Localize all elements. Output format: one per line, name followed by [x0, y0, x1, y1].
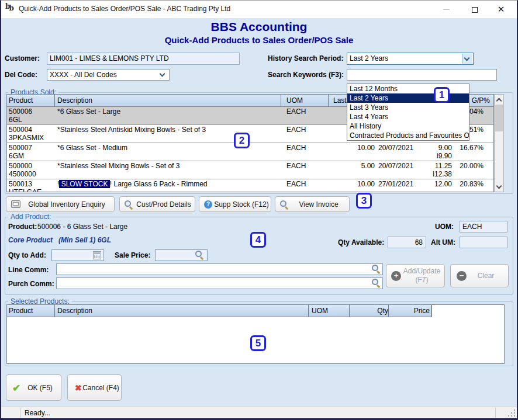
resize-grip[interactable]	[508, 409, 515, 416]
scroll-up-button[interactable]	[495, 95, 503, 104]
cell-last-sold-date: 20/07/2021	[378, 162, 413, 170]
del-code-combobox[interactable]: XXXX - All Del Codes	[47, 69, 170, 81]
column-header: Description	[57, 96, 92, 105]
products-table-scrollbar[interactable]	[494, 94, 504, 192]
dropdown-option[interactable]: Last 2 Years	[347, 93, 469, 103]
scrollbar-thumb[interactable]	[495, 105, 503, 131]
button-label: Supp Stock (F12)	[212, 200, 271, 209]
slow-stock-badge: SLOW STOCK	[59, 180, 109, 188]
cell-description: *6 Glass Set - Medium	[57, 144, 127, 152]
alt-um-field	[460, 237, 507, 248]
cell-product-code: 500000	[9, 162, 32, 170]
scroll-down-icon	[496, 183, 502, 189]
status-divider	[495, 408, 496, 418]
qty-to-add-label: Qty to Add:	[8, 251, 46, 259]
cancel-button[interactable]: ✖ Cancel (F4)	[67, 374, 122, 401]
product-row[interactable]: 500013HTELGAE! SLOW STOCK ! Large Glass …	[7, 179, 494, 192]
dialog-body: BBS Accounting Quick-Add Products to Sal…	[0, 18, 518, 406]
minimize-button[interactable]	[433, 0, 459, 18]
button-label: Cust/Prod Details	[133, 200, 195, 209]
title-bar: bb Quick-Add Products to Sales Order/POS…	[0, 0, 518, 18]
history-period-value: Last 2 Years	[350, 54, 388, 63]
cell-description: *Stainless Steel Mixing Bowls - Set of 3	[57, 162, 179, 170]
search-keywords-input[interactable]	[347, 69, 497, 81]
cell-product-code: 500006	[9, 107, 32, 116]
scroll-down-button[interactable]	[495, 182, 503, 192]
column-divider	[281, 95, 281, 107]
ok-button[interactable]: ✔ OK (F5)	[6, 374, 61, 401]
cell-price: 9.00	[410, 144, 452, 152]
chevron-down-icon	[160, 71, 165, 77]
cell-product-code-2: 6GM	[9, 152, 24, 160]
column-header: UOM	[312, 307, 328, 315]
column-header: Price	[390, 307, 430, 315]
annotation-marker-5: 5	[250, 335, 266, 351]
maximize-icon	[472, 7, 478, 13]
add-update-button[interactable]: + Add/Update(F7)	[386, 264, 445, 287]
dropdown-option[interactable]: Last 3 Years	[347, 103, 469, 112]
status-divider	[20, 408, 21, 418]
cell-inc-price: i9.90	[410, 152, 452, 160]
magnifier-icon	[125, 200, 133, 209]
cell-price: 11.25	[410, 162, 452, 170]
purch-comm-lookup-icon[interactable]	[372, 279, 380, 287]
dropdown-option[interactable]: Last 4 Years	[347, 112, 469, 122]
customer-label: Customer:	[5, 54, 40, 63]
column-divider	[328, 95, 329, 107]
cell-price: 12.00	[410, 180, 452, 188]
annotation-marker-3: 3	[356, 193, 372, 209]
close-button[interactable]: ✕	[488, 0, 514, 18]
cell-last-qty: 10.00	[323, 144, 375, 152]
page-title: Quick-Add Products to Sales Order/POS Sa…	[0, 35, 518, 45]
cust-prod-details-button[interactable]: Cust/Prod Details	[119, 196, 195, 212]
cell-last-sold-date: 20/07/2021	[378, 144, 413, 152]
supp-stock-f12--button[interactable]: ?Supp Stock (F12)	[199, 196, 271, 212]
chevron-down-icon	[464, 55, 470, 61]
alt-um-label: Alt UM:	[431, 238, 455, 247]
cell-inc-price: i12.38	[410, 170, 452, 178]
annotation-marker-4: 4	[250, 232, 266, 248]
annotation-marker-1: 1	[434, 87, 450, 103]
column-divider	[54, 305, 55, 317]
global-inventory-enquiry-button[interactable]: Global Inventory Enquiry	[6, 196, 115, 212]
purch-comm-input[interactable]	[56, 277, 383, 289]
cell-product-code: 500013	[9, 180, 32, 188]
status-text: Ready...	[25, 409, 50, 417]
customer-field: LIM001 - LIMES & LEMONS PTY LTD	[47, 53, 240, 65]
column-divider	[431, 305, 431, 317]
history-period-combobox[interactable]: Last 2 Years	[347, 53, 474, 65]
clear-button[interactable]: − Clear	[450, 264, 509, 287]
uom-label: UOM:	[435, 223, 454, 231]
maximize-button[interactable]	[462, 0, 488, 18]
cell-gp-percent: 20.00%	[450, 162, 484, 170]
dropdown-option[interactable]: Last 12 Months	[347, 84, 469, 93]
column-divider	[54, 95, 55, 107]
selected-products-table: ProductDescriptionUOMQtyPrice	[6, 304, 505, 364]
view-invoice-button[interactable]: View Invoice	[275, 196, 350, 212]
history-period-dropdown-list: Last 12 MonthsLast 2 YearsLast 3 YearsLa…	[347, 84, 469, 141]
cell-gp-percent: 20.83%	[450, 180, 484, 188]
product-row[interactable]: 5000004500000*Stainless Steel Mixing Bow…	[7, 161, 494, 179]
dropdown-option[interactable]: All History	[347, 122, 469, 131]
calculator-icon[interactable]	[93, 251, 101, 259]
column-divider	[349, 305, 350, 317]
product-row[interactable]: 5000076GM*6 Glass Set - MediumEACH10.002…	[7, 143, 494, 161]
scroll-up-icon	[496, 98, 502, 104]
cell-product-code: 500004	[9, 126, 32, 134]
uom-field: EACH	[460, 221, 507, 232]
qty-available-label: Qty Available:	[338, 238, 384, 247]
cell-uom: EACH	[286, 162, 306, 170]
minimize-icon	[443, 9, 450, 10]
line-comm-input[interactable]	[56, 263, 383, 275]
cell-uom: EACH	[286, 144, 306, 152]
combobox-dropdown-button[interactable]	[462, 54, 472, 64]
del-code-value: XXXX - All Del Codes	[50, 71, 117, 79]
del-code-label: Del Code:	[5, 71, 37, 79]
line-comm-lookup-icon[interactable]	[372, 265, 380, 273]
sale-price-lookup-icon[interactable]	[195, 251, 203, 259]
column-header: UOM	[286, 96, 303, 105]
product-value: 500006 - 6 Glass Set - Large	[37, 223, 127, 231]
dropdown-option[interactable]: Contracted Products and Favourites On	[347, 131, 469, 140]
column-header: Last	[333, 96, 347, 105]
cell-gp-percent: 16.67%	[450, 144, 484, 152]
